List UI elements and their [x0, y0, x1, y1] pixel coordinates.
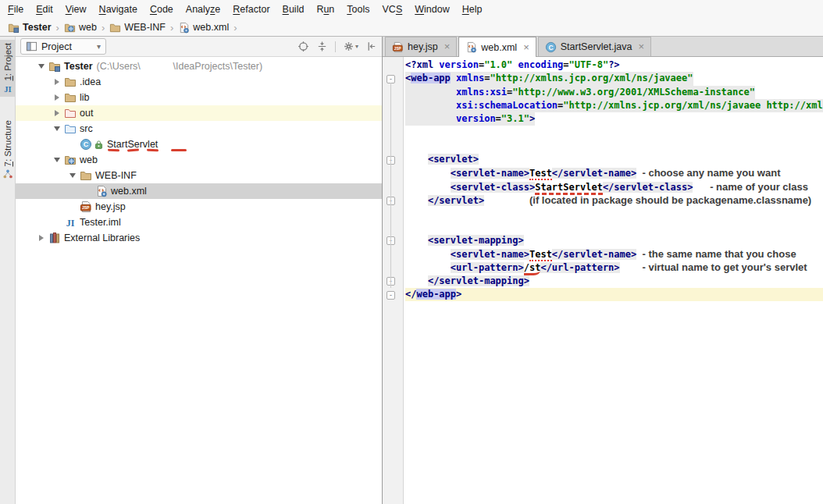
tree-row-external-libraries[interactable]: External Libraries [16, 230, 382, 246]
structure-icon [2, 169, 13, 179]
project-panel: Project ▾ ▾ Tester(C:\Users\ \IdeaProjec… [16, 37, 383, 504]
menu-item-code[interactable]: Code [144, 0, 180, 19]
xml-file-icon [95, 185, 108, 197]
tree-item-label: web.xml [111, 186, 147, 197]
svg-text:JI: JI [4, 85, 11, 94]
tree-item-label: External Libraries [64, 232, 140, 243]
tree-item-label: lib [80, 92, 90, 103]
tree-row-lib[interactable]: lib [16, 90, 382, 105]
tree-row-startservlet[interactable]: CStartServlet [16, 137, 382, 152]
red-dash-mark [108, 149, 119, 152]
code-line-4: xsi:schemaLocation="http://xmlns.jcp.org… [405, 99, 823, 112]
red-dash-mark [171, 149, 187, 151]
tree-row-idea[interactable]: .idea [16, 74, 382, 90]
excluded-folder-icon [64, 107, 77, 119]
tool-window-strip: 1: ProjectJI7: Structure [0, 37, 16, 504]
tree-row-out[interactable]: out [16, 105, 382, 121]
code-line-8: <servlet> [405, 153, 823, 166]
tree-item-label: web [80, 154, 98, 165]
tree-expanded-arrow-icon[interactable] [34, 64, 48, 69]
editor-tab-web-xml[interactable]: web.xml× [458, 37, 536, 57]
tree-expanded-arrow-icon[interactable] [66, 173, 80, 178]
red-dash-mark [147, 149, 159, 152]
tool-window-tab-structure[interactable]: 7: Structure [0, 117, 16, 182]
source-folder-icon [64, 122, 77, 135]
project-view-combo[interactable]: Project ▾ [20, 38, 106, 55]
menu-item-run[interactable]: Run [310, 0, 340, 19]
breadcrumb-item-web[interactable]: web [62, 19, 98, 36]
menu-item-file[interactable]: File [2, 0, 30, 19]
intellij-window: FileEditViewNavigateCodeAnalyzeRefactorB… [0, 0, 823, 504]
tree-item-label: Tester.iml [80, 217, 121, 228]
menu-item-vcs[interactable]: VCS [376, 0, 409, 19]
code-line-16: <url-pattern>/st</url-pattern> - virtual… [405, 261, 823, 274]
close-tab-icon[interactable]: × [523, 44, 529, 51]
breadcrumb-item-tester[interactable]: Tester [6, 19, 53, 36]
tree-row-hey-jsp[interactable]: JSPhey.jsp [16, 199, 382, 215]
settings-gear-button[interactable]: ▾ [343, 41, 358, 52]
tree-row-web-xml[interactable]: web.xml [16, 183, 382, 199]
tree-row-web-inf[interactable]: WEB-INF [16, 168, 382, 183]
tree-item-label: WEB-INF [95, 170, 137, 181]
tool-window-tab-project[interactable]: 1: ProjectJI [0, 40, 16, 97]
red-underline-mark: Test [529, 168, 552, 180]
tab-label: hey.jsp [408, 41, 438, 52]
code-editor[interactable]: ------ <?xml version="1.0" encoding="UTF… [383, 57, 823, 504]
tree-collapsed-arrow-icon[interactable] [50, 110, 64, 116]
jsp-file-icon: JSP [392, 41, 404, 53]
menu-item-analyze[interactable]: Analyze [180, 0, 226, 19]
class-icon: C [80, 138, 92, 151]
breadcrumb-label: Tester [23, 19, 52, 36]
tree-collapsed-arrow-icon[interactable] [50, 79, 64, 85]
menu-item-window[interactable]: Window [408, 0, 455, 19]
code-line-1: <?xml version="1.0" encoding="UTF-8"?> [405, 59, 823, 72]
close-tab-icon[interactable]: × [444, 43, 451, 51]
tree-row-tester[interactable]: Tester(C:\Users\ \IdeaProjects\Tester) [16, 59, 382, 74]
editor-tab-startservlet-java[interactable]: CStartServlet.java× [538, 37, 651, 56]
menu-item-help[interactable]: Help [456, 0, 489, 19]
fold-up-marker[interactable]: - [387, 291, 395, 300]
svg-text:JI: JI [66, 218, 75, 229]
menu-item-view[interactable]: View [59, 0, 93, 19]
breadcrumb-item-web-xml[interactable]: web.xml [176, 19, 230, 36]
tree-expanded-arrow-icon[interactable] [50, 126, 64, 131]
code-line-13 [405, 221, 823, 234]
tab-label: web.xml [481, 42, 517, 53]
fold-down-marker[interactable]: - [387, 75, 395, 83]
collapse-all-icon [316, 41, 328, 52]
fold-guide-line [390, 83, 391, 288]
red-dash-mark [127, 148, 139, 151]
tree-row-src[interactable]: src [16, 121, 382, 137]
main-area: 1: ProjectJI7: Structure Project ▾ ▾ Tes… [0, 37, 823, 504]
menu-item-edit[interactable]: Edit [30, 0, 59, 19]
code-line-7 [405, 140, 823, 153]
tree-expanded-arrow-icon[interactable] [50, 158, 64, 162]
xml-file-icon [465, 41, 477, 53]
tree-collapsed-arrow-icon[interactable] [34, 235, 48, 241]
editor-tab-hey-jsp[interactable]: JSPhey.jsp× [385, 37, 457, 56]
close-tab-icon[interactable]: × [638, 43, 644, 51]
breadcrumb-item-web-inf[interactable]: WEB-INF [108, 19, 167, 36]
locate-button[interactable] [297, 41, 309, 52]
menu-item-tools[interactable]: Tools [340, 0, 376, 19]
code-line-12 [405, 207, 823, 220]
collapse-all-button[interactable] [316, 41, 328, 52]
menu-item-refactor[interactable]: Refactor [226, 0, 276, 19]
breadcrumb-separator-icon: › [98, 22, 108, 34]
editor-area: JSPhey.jsp×web.xml×CStartServlet.java× -… [383, 37, 823, 504]
tree-collapsed-arrow-icon[interactable] [50, 94, 64, 101]
jsp-file-icon: JSP [80, 201, 92, 213]
breadcrumb-label: web.xml [193, 19, 229, 36]
tree-row-tester-iml[interactable]: JITester.iml [16, 215, 382, 230]
chevron-down-icon: ▾ [97, 42, 101, 51]
menu-item-build[interactable]: Build [276, 0, 311, 19]
hide-panel-button[interactable] [365, 41, 377, 52]
project-folder-icon [8, 22, 20, 34]
folder-icon [64, 76, 77, 88]
chevron-down-icon: ▾ [355, 43, 358, 50]
code-line-9: <servlet-name>Test</servlet-name> - choo… [405, 166, 823, 179]
hide-panel-icon [365, 41, 377, 52]
breadcrumb-label: web [79, 19, 97, 36]
tree-row-web[interactable]: web [16, 152, 382, 168]
menu-item-navigate[interactable]: Navigate [93, 0, 144, 19]
